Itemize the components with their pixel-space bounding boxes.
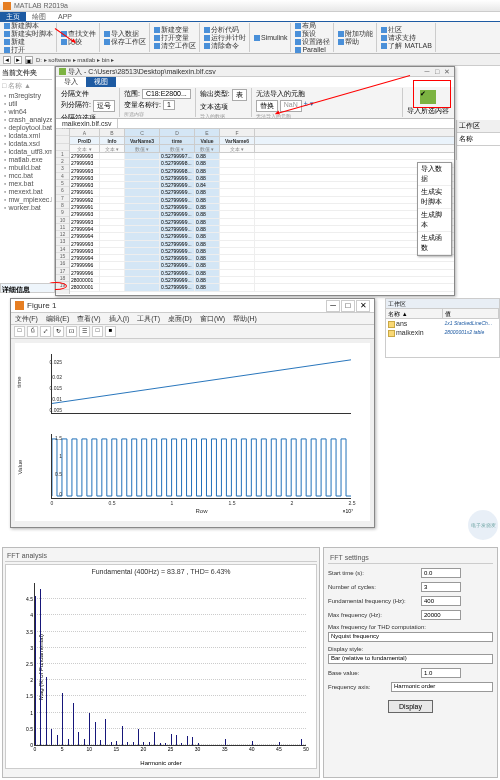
tab-plot[interactable]: 绘图: [26, 12, 52, 21]
file-item[interactable]: ▫ lcdata.xml: [2, 132, 52, 140]
tool-button[interactable]: ■: [105, 326, 116, 337]
fund-freq-input[interactable]: [421, 596, 461, 606]
file-item[interactable]: ▫ mw_mpiexec.bat: [2, 196, 52, 204]
table-row[interactable]: 279999930.52799999...0.88: [70, 175, 454, 182]
faxis-select[interactable]: Harmonic order: [391, 682, 493, 692]
delim-type[interactable]: 分隔文件: [61, 89, 115, 99]
tool-button[interactable]: □: [92, 326, 103, 337]
menu-item[interactable]: 窗口(W): [200, 314, 225, 324]
ws-col-val[interactable]: 值: [443, 309, 500, 318]
table-row[interactable]: 279999960.52799999...0.88: [70, 262, 454, 269]
menu-item[interactable]: 文件(F): [15, 314, 38, 324]
tool-button[interactable]: ⤢: [40, 326, 51, 337]
ribbon-button[interactable]: 新建: [4, 38, 53, 46]
ribbon-button[interactable]: 附加功能: [338, 30, 373, 38]
ribbon-button[interactable]: 新建脚本: [4, 22, 53, 30]
file-item[interactable]: ▫ mex.bat: [2, 180, 52, 188]
ribbon-button[interactable]: 运行并计时: [204, 34, 246, 42]
table-row[interactable]: 279999920.52799999...0.88: [70, 197, 454, 204]
ribbon-button[interactable]: 预设: [295, 30, 330, 38]
table-row[interactable]: 279999930.52799998...0.88: [70, 168, 454, 175]
table-row[interactable]: 279999960.52799999...0.88: [70, 270, 454, 277]
ws-row[interactable]: ans 1x1 StackedLineCh...: [386, 319, 499, 328]
ribbon-button[interactable]: 布局: [295, 22, 330, 30]
ribbon-button[interactable]: 帮助: [338, 38, 373, 46]
ribbon-button[interactable]: 打开: [4, 46, 53, 54]
table-row[interactable]: 279999930.52799999...0.88: [70, 211, 454, 218]
folder-icon[interactable]: ▣: [25, 56, 33, 64]
import-tab-import[interactable]: 导入: [56, 77, 86, 87]
ribbon-button[interactable]: Parallel: [295, 46, 330, 54]
ws-row[interactable]: maikexin 28000001x2 table: [386, 328, 499, 337]
tool-button[interactable]: ↻: [53, 326, 64, 337]
tab-app[interactable]: APP: [52, 12, 78, 21]
menu-gen-func[interactable]: 生成函数: [418, 232, 451, 255]
file-item[interactable]: ▫ lcdata.xsd: [2, 140, 52, 148]
tool-button[interactable]: ⎙: [27, 326, 38, 337]
max-freq-input[interactable]: [421, 610, 461, 620]
file-item[interactable]: ▫ worker.bat: [2, 204, 52, 212]
file-item[interactable]: ▫ lcdata_utf8.xml: [2, 148, 52, 156]
ribbon-button[interactable]: 分析代码: [204, 26, 246, 34]
table-row[interactable]: 279999930.52799999...0.88: [70, 219, 454, 226]
tool-button[interactable]: □: [14, 326, 25, 337]
ribbon-button[interactable]: Simulink: [254, 34, 287, 42]
ribbon-button[interactable]: 导入数据: [104, 30, 146, 38]
ribbon-button[interactable]: 了解 MATLAB: [381, 42, 431, 50]
menu-import-data[interactable]: 导入数据: [418, 163, 451, 186]
file-item[interactable]: ▫ crash_analyzer.cfg: [2, 116, 52, 124]
table-row[interactable]: 279999930.52799999...0.88: [70, 241, 454, 248]
table-row[interactable]: 279999940.52799999...0.88: [70, 226, 454, 233]
ribbon-button[interactable]: 清空工作区: [154, 42, 196, 50]
file-item[interactable]: ▫ deploytool.bat: [2, 124, 52, 132]
table-row[interactable]: 280000010.52799999...0.88: [70, 277, 454, 284]
menu-item[interactable]: 帮助(H): [233, 314, 257, 324]
thd-select[interactable]: Nyquist frequency: [328, 632, 493, 642]
sheet-tab[interactable]: maikexin.blf.csv: [56, 119, 118, 128]
ribbon-button[interactable]: 新建变量: [154, 26, 196, 34]
style-select[interactable]: Bar (relative to fundamental): [328, 654, 493, 664]
menu-item[interactable]: 编辑(E): [46, 314, 69, 324]
close-button[interactable]: ✕: [356, 300, 370, 312]
menu-item[interactable]: 查看(V): [77, 314, 100, 324]
table-row[interactable]: 279999910.52799999...0.88: [70, 189, 454, 196]
file-item[interactable]: ▫ matlab.exe: [2, 156, 52, 164]
path-text[interactable]: D: ▸ software ▸ matlab ▸ bin ▸: [36, 56, 497, 63]
table-row[interactable]: 279999930.52799997...0.88: [70, 153, 454, 160]
ribbon-button[interactable]: 请求支持: [381, 34, 431, 42]
maximize-button[interactable]: □: [433, 68, 441, 76]
file-item[interactable]: ▫ mbuild.bat: [2, 164, 52, 172]
tool-button[interactable]: ⊡: [66, 326, 77, 337]
tab-home[interactable]: 主页: [0, 12, 26, 21]
menu-item[interactable]: 插入(I): [109, 314, 130, 324]
table-row[interactable]: 279999940.52799999...0.88: [70, 255, 454, 262]
menu-gen-script[interactable]: 生成脚本: [418, 209, 451, 232]
menu-item[interactable]: 工具(T): [137, 314, 160, 324]
file-item[interactable]: ▫ util: [2, 100, 52, 108]
ribbon-button[interactable]: 打开变量: [154, 34, 196, 42]
back-button[interactable]: ◄: [3, 56, 11, 64]
menu-gen-live[interactable]: 生成实时脚本: [418, 186, 451, 209]
ribbon-button[interactable]: 社区: [381, 26, 431, 34]
menu-item[interactable]: 桌面(D): [168, 314, 192, 324]
file-item[interactable]: ▫ win64: [2, 108, 52, 116]
table-row[interactable]: 279999930.52799999...0.88: [70, 248, 454, 255]
ws-col-name[interactable]: 名称 ▲: [386, 309, 443, 318]
file-item[interactable]: ▫ m3registry: [2, 92, 52, 100]
table-row[interactable]: 279999910.52799999...0.88: [70, 204, 454, 211]
display-button[interactable]: Display: [388, 700, 433, 713]
minimize-button[interactable]: ─: [326, 300, 340, 312]
file-item[interactable]: ▫ mcc.bat: [2, 172, 52, 180]
file-item[interactable]: ▫ mexext.bat: [2, 188, 52, 196]
import-tab-view[interactable]: 视图: [86, 77, 116, 87]
ribbon-button[interactable]: 保存工作区: [104, 38, 146, 46]
start-time-input[interactable]: [421, 568, 461, 578]
ribbon-button[interactable]: 新建实时脚本: [4, 30, 53, 38]
table-row[interactable]: 279999940.52799999...0.88: [70, 233, 454, 240]
minimize-button[interactable]: ─: [423, 68, 431, 76]
fwd-button[interactable]: ►: [14, 56, 22, 64]
base-input[interactable]: [421, 668, 461, 678]
tool-button[interactable]: ☰: [79, 326, 90, 337]
ribbon-button[interactable]: 清除命令: [204, 42, 246, 50]
maximize-button[interactable]: □: [341, 300, 355, 312]
